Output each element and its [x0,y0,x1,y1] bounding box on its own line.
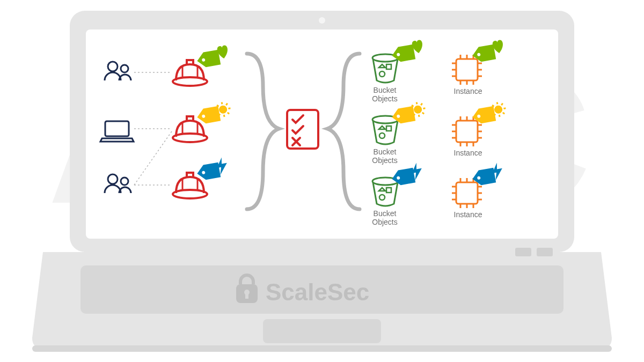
svg-line-46 [134,131,172,185]
tag-heart-icon [195,45,230,69]
bucket-label: Bucket Objects [366,209,404,226]
left-brace [247,54,279,209]
laptop-icon [100,121,134,142]
right-brace [327,54,360,209]
chip-icon [452,55,482,85]
users-icon [105,62,131,80]
brand-text: ScaleSec [266,279,369,305]
policy-checklist-icon [287,110,318,149]
resource-instance-1 [452,40,506,85]
resource-bucket-3 [372,162,424,206]
bucket-label: Bucket Objects [366,86,404,103]
tag-sun-icon [195,101,232,125]
bucket-icon [372,116,398,144]
instance-label: Instance [447,210,489,219]
resource-instance-2 [452,101,508,146]
svg-rect-4 [515,248,531,256]
instance-label: Instance [447,87,489,95]
svg-rect-7 [263,319,381,343]
diagram: Bucket Objects Instance Bucket Objects I… [86,38,558,241]
bucket-icon [372,54,398,83]
chip-icon [452,116,482,146]
users-icon [105,174,131,193]
svg-rect-3 [32,345,612,352]
resource-instance-3 [452,162,504,208]
bucket-icon [372,178,398,206]
chip-icon [452,178,482,208]
resource-bucket-2 [372,101,427,144]
svg-rect-10 [245,292,248,299]
resource-bucket-1 [372,40,425,83]
subject-row-2 [100,101,232,142]
tag-bolt-icon [390,162,424,187]
instance-label: Instance [447,149,489,157]
subject-row-1 [105,45,230,86]
bucket-label: Bucket Objects [366,147,404,165]
tag-bolt-icon [195,157,229,181]
svg-rect-5 [537,248,553,256]
svg-point-1 [319,17,325,24]
